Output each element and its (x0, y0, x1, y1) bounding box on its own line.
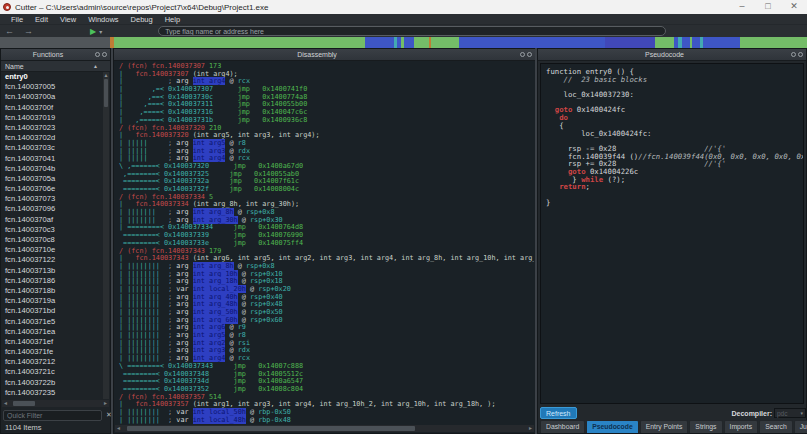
scroll-right-icon[interactable]: ► (102, 400, 109, 407)
nav-memory-segment[interactable] (114, 37, 365, 48)
scroll-left-icon[interactable]: ◄ (115, 425, 122, 432)
nav-memory-segment[interactable] (404, 37, 414, 48)
function-list-item[interactable]: fcn.1400371ea (1, 327, 105, 337)
function-list-item[interactable]: fcn.1400370c8 (1, 235, 105, 245)
decompiler-select[interactable]: pdc ▾ (774, 408, 806, 418)
function-list-item[interactable]: fcn.1400371fe (1, 347, 105, 357)
function-list-item[interactable]: fcn.14003722b (1, 378, 105, 388)
function-list-item[interactable]: fcn.140037005 (1, 82, 105, 92)
back-arrow-icon[interactable]: ← (0, 25, 19, 37)
code-line[interactable]: goto 0x1400424fc (546, 106, 803, 114)
function-list-item[interactable]: fcn.14003721c (1, 367, 105, 377)
scrollbar-thumb[interactable] (127, 426, 415, 431)
function-list-item[interactable]: fcn.14003703c (1, 143, 105, 153)
function-list-item[interactable]: fcn.14003704b (1, 164, 105, 174)
function-list-item[interactable]: fcn.1400371ef (1, 337, 105, 347)
maximize-button[interactable]: □ (755, 0, 781, 14)
function-list-item[interactable]: fcn.140037019 (1, 113, 105, 123)
disassembly-listing[interactable]: / (fcn) fcn.140037307 173| fcn.140037307… (115, 62, 534, 424)
nav-memory-segment[interactable] (692, 37, 700, 48)
function-list-item[interactable]: fcn.140037041 (1, 154, 105, 164)
function-list-item[interactable]: fcn.140037186 (1, 276, 105, 286)
menu-item[interactable]: Edit (29, 15, 54, 24)
panel-close-icon[interactable] (102, 52, 107, 57)
scroll-right-icon[interactable]: ► (527, 425, 534, 432)
tab-search[interactable]: Search (759, 420, 793, 433)
function-list-item[interactable]: fcn.140037073 (1, 194, 105, 204)
forward-arrow-icon[interactable]: → (19, 25, 38, 37)
tab-imports[interactable]: Imports (724, 420, 759, 433)
menu-item[interactable]: File (5, 15, 29, 24)
code-line[interactable]: // 23 basic blocks (546, 76, 803, 84)
scroll-left-icon[interactable]: ◄ (2, 400, 9, 407)
panel-close-icon[interactable] (527, 52, 532, 57)
code-line[interactable]: | |||||||| ; var int local_48h @ rbp-0x4… (119, 417, 534, 424)
nav-memory-segment[interactable] (682, 37, 690, 48)
code-line[interactable] (546, 191, 803, 199)
close-button[interactable]: ✕ (781, 0, 807, 14)
function-list-item[interactable]: fcn.14003700f (1, 103, 105, 113)
panel-float-icon[interactable] (520, 52, 525, 57)
functions-column-header[interactable]: Name ▲ (1, 61, 110, 72)
function-list-item[interactable]: fcn.14003710e (1, 245, 105, 255)
function-list-item[interactable]: fcn.1400371bd (1, 306, 105, 316)
refresh-button[interactable]: Refresh (540, 407, 577, 419)
scroll-up-icon[interactable]: ▲ (103, 72, 109, 78)
function-list-item[interactable]: fcn.1400370c3 (1, 225, 105, 235)
disassembly-horizontal-scrollbar[interactable]: ◄ ► (115, 425, 534, 432)
panel-close-icon[interactable] (798, 52, 803, 57)
tab-jupyter[interactable]: Jupyter (794, 420, 807, 433)
debug-play-icon[interactable]: ▶ (90, 27, 96, 36)
tab-entry-points[interactable]: Entry Points (640, 420, 689, 433)
quick-filter-input[interactable] (3, 410, 102, 421)
tab-dashboard[interactable]: Dashboard (540, 420, 585, 433)
scrollbar-thumb[interactable] (13, 401, 35, 406)
tab-pseudocode[interactable]: Pseudocode (586, 420, 638, 433)
function-list-item[interactable]: fcn.14003718b (1, 286, 105, 296)
function-list-item[interactable]: fcn.1400371e5 (1, 317, 105, 327)
menu-item[interactable]: Help (159, 15, 186, 24)
function-list-item[interactable]: fcn.14003719a (1, 296, 105, 306)
nav-memory-segment[interactable] (365, 37, 394, 48)
menu-item[interactable]: Windows (82, 15, 124, 24)
functions-horizontal-scrollbar[interactable]: ◄ ► (2, 400, 109, 407)
function-list-item[interactable]: fcn.140037096 (1, 204, 105, 214)
function-list-item[interactable]: fcn.140037212 (1, 357, 105, 367)
nav-memory-segment[interactable] (655, 37, 674, 48)
pseudocode-view[interactable]: function entry0 () { // 23 basic blocks … (540, 63, 804, 404)
play-dropdown-caret-icon[interactable]: ▾ (99, 28, 102, 35)
flag-search-input[interactable] (158, 26, 666, 36)
function-list-item[interactable]: entry0 (1, 72, 105, 82)
panel-float-icon[interactable] (791, 52, 796, 57)
code-line[interactable]: } (546, 199, 803, 207)
function-list-item[interactable]: fcn.14003713b (1, 266, 105, 276)
code-line[interactable]: loc_0x140037230: (546, 91, 803, 99)
function-list-item[interactable]: fcn.14003702d (1, 133, 105, 143)
function-list-item[interactable]: fcn.1400370af (1, 215, 105, 225)
nav-memory-segment[interactable] (605, 37, 655, 48)
scrollbar-thumb[interactable] (104, 79, 108, 107)
menu-item[interactable]: Debug (125, 15, 159, 24)
panel-float-icon[interactable] (95, 52, 100, 57)
nav-memory-bar[interactable] (0, 37, 807, 48)
nav-memory-segment[interactable] (0, 37, 110, 48)
function-list-item[interactable]: fcn.14003705a (1, 174, 105, 184)
function-list-item[interactable]: fcn.140037235 (1, 388, 105, 398)
function-list-item[interactable]: fcn.140037023 (1, 123, 105, 133)
code-line[interactable]: loc_0x1400424fc: (546, 130, 803, 138)
function-list-item[interactable]: fcn.14003706e (1, 184, 105, 194)
function-list-item[interactable]: fcn.140037122 (1, 255, 105, 265)
minimize-button[interactable]: – (729, 0, 755, 14)
function-list-item[interactable]: fcn.14003700a (1, 92, 105, 102)
nav-memory-segment[interactable] (703, 37, 740, 48)
menu-item[interactable]: View (54, 15, 82, 24)
nav-memory-segment[interactable] (414, 37, 429, 48)
nav-memory-segment[interactable] (740, 37, 807, 48)
sort-ascending-icon: ▲ (93, 63, 98, 69)
tab-strings[interactable]: Strings (689, 420, 722, 433)
nav-memory-segment[interactable] (431, 37, 459, 48)
functions-vertical-scrollbar[interactable]: ▲ (103, 72, 109, 399)
code-line[interactable]: return; (546, 183, 803, 191)
code-line[interactable]: do (546, 114, 803, 122)
nav-memory-segment[interactable] (459, 37, 605, 48)
